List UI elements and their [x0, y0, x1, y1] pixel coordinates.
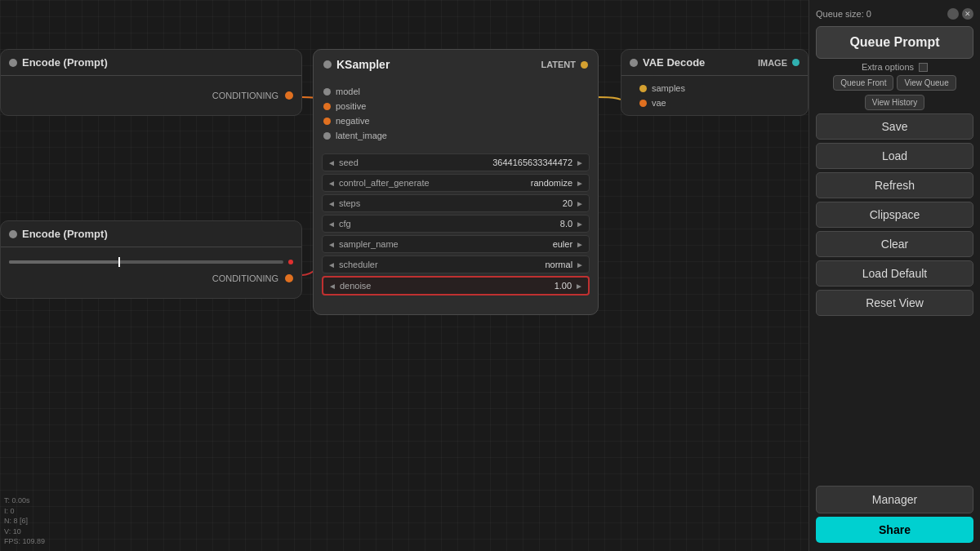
encode-node-2-body: CONDITIONING — [1, 247, 301, 298]
ksampler-param-cfg-value: 8.0 — [560, 219, 572, 229]
right-panel: Queue size: 0 ✕ Queue Prompt Extra optio… — [808, 0, 980, 551]
ksampler-param-denoise-name: denoise — [340, 281, 555, 291]
vae-decode-title: VAE Decode — [643, 56, 705, 69]
status-bar: T: 0.00s I: 0 N: 8 [6] V: 10 FPS: 109.89 — [4, 495, 45, 547]
encode-node-2-conditioning-row: CONDITIONING — [9, 271, 293, 286]
ksampler-param-scheduler-arrow-right[interactable]: ► — [576, 260, 584, 269]
save-button[interactable]: Save — [816, 113, 973, 140]
encode-node-2-conditioning-label: CONDITIONING — [212, 273, 278, 283]
view-history-button[interactable]: View History — [865, 95, 924, 110]
ksampler-param-control[interactable]: ◄ control_after_generate randomize ► — [322, 174, 590, 192]
panel-top-row: Queue size: 0 ✕ — [816, 8, 973, 20]
encode-node-1-conditioning-row: CONDITIONING — [9, 88, 293, 103]
ksampler-param-scheduler[interactable]: ◄ scheduler normal ► — [322, 256, 590, 273]
ksampler-positive-label: positive — [336, 101, 366, 111]
ksampler-input-latent: latent_image — [314, 128, 598, 143]
panel-dot — [947, 8, 959, 20]
encode-node-2-status-dot — [9, 230, 17, 238]
ksampler-inputs: model positive negative latent_image — [314, 79, 598, 148]
ksampler-param-cfg-arrow-right[interactable]: ► — [576, 220, 584, 229]
ksampler-param-steps-arrow-left[interactable]: ◄ — [327, 199, 336, 208]
ksampler-negative-dot — [323, 118, 331, 125]
ksampler-latent-dot — [323, 132, 331, 140]
ksampler-output-dot — [581, 61, 588, 69]
ksampler-node: KSampler LATENT model positive negative — [313, 49, 599, 315]
ksampler-param-cfg-arrow-left[interactable]: ◄ — [327, 220, 336, 229]
load-button[interactable]: Load — [816, 143, 973, 169]
ksampler-output-label: LATENT — [541, 60, 576, 69]
ksampler-param-steps[interactable]: ◄ steps 20 ► — [322, 194, 590, 212]
view-queue-button[interactable]: View Queue — [897, 75, 956, 91]
ksampler-param-denoise-arrow-left[interactable]: ◄ — [328, 282, 336, 291]
ksampler-params: ◄ seed 3644165633344472 ► ◄ control_afte… — [314, 148, 598, 301]
clear-button[interactable]: Clear — [816, 231, 973, 257]
ksampler-param-denoise[interactable]: ◄ denoise 1.00 ► — [322, 276, 590, 295]
vae-decode-node: VAE Decode IMAGE samples vae — [621, 49, 808, 116]
ksampler-param-sampler[interactable]: ◄ sampler_name euler ► — [322, 235, 590, 253]
vae-vae-dot — [639, 100, 647, 107]
encode-node-2-title: Encode (Prompt) — [22, 228, 108, 240]
ksampler-param-seed[interactable]: ◄ seed 3644165633344472 ► — [322, 153, 590, 171]
ksampler-param-sampler-value: euler — [553, 239, 572, 249]
ksampler-param-sampler-name: sampler_name — [339, 239, 553, 249]
ksampler-param-denoise-arrow-right[interactable]: ► — [575, 282, 583, 291]
ksampler-param-seed-arrow-left[interactable]: ◄ — [327, 158, 336, 167]
extra-options-row: Extra options — [816, 62, 973, 72]
ksampler-param-scheduler-value: normal — [545, 260, 572, 269]
ksampler-param-steps-arrow-right[interactable]: ► — [576, 199, 584, 208]
ksampler-param-cfg[interactable]: ◄ cfg 8.0 ► — [322, 215, 590, 233]
status-v: V: 10 — [4, 527, 45, 537]
ksampler-param-scheduler-arrow-left[interactable]: ◄ — [327, 260, 336, 269]
ksampler-param-seed-name: seed — [339, 158, 492, 167]
encode-node-1-body: CONDITIONING — [1, 76, 301, 115]
encode-node-1-status-dot — [9, 59, 17, 67]
load-default-button[interactable]: Load Default — [816, 260, 973, 287]
encode-node-1-output-dot — [285, 91, 293, 100]
vae-input-vae: vae — [630, 96, 800, 110]
ksampler-positive-dot — [323, 103, 331, 110]
reset-view-button[interactable]: Reset View — [816, 290, 973, 316]
vae-decode-status-dot — [630, 59, 638, 67]
ksampler-param-cfg-name: cfg — [339, 219, 560, 229]
canvas-area: Encode (Prompt) CONDITIONING Encode (Pro… — [0, 0, 980, 551]
ksampler-param-scheduler-name: scheduler — [339, 260, 546, 269]
panel-close-button[interactable]: ✕ — [962, 8, 973, 20]
ksampler-model-label: model — [336, 87, 360, 96]
refresh-button[interactable]: Refresh — [816, 172, 973, 198]
ksampler-status-dot — [323, 60, 332, 69]
wire-latent — [599, 97, 621, 100]
ksampler-input-model: model — [314, 84, 598, 99]
status-t: T: 0.00s — [4, 495, 45, 506]
manager-button[interactable]: Manager — [816, 486, 973, 513]
status-n: N: 8 [6] — [4, 516, 45, 527]
ksampler-latent-label: latent_image — [336, 131, 387, 140]
ksampler-param-steps-value: 20 — [563, 198, 572, 208]
ksampler-param-seed-value: 3644165633344472 — [492, 158, 572, 167]
ksampler-param-control-arrow-right[interactable]: ► — [576, 179, 584, 188]
ksampler-param-control-value: randomize — [531, 178, 572, 188]
vae-samples-label: samples — [652, 83, 685, 93]
queue-prompt-button[interactable]: Queue Prompt — [816, 26, 973, 59]
view-history-row: View History — [816, 94, 973, 110]
extra-options-label: Extra options — [862, 62, 914, 72]
ksampler-input-positive: positive — [314, 99, 598, 113]
ksampler-param-sampler-arrow-left[interactable]: ◄ — [327, 240, 336, 249]
ksampler-param-sampler-arrow-right[interactable]: ► — [576, 240, 584, 249]
ksampler-negative-label: negative — [336, 116, 370, 126]
encode-node-2-slider-row — [9, 260, 293, 264]
ksampler-title: KSampler — [336, 58, 390, 71]
encode-node-2-slider-track[interactable] — [9, 260, 283, 264]
ksampler-header: KSampler LATENT — [314, 50, 598, 79]
encode-node-2-header: Encode (Prompt) — [1, 221, 301, 247]
ksampler-param-control-arrow-left[interactable]: ◄ — [327, 179, 336, 188]
clipspace-button[interactable]: Clipspace — [816, 202, 973, 228]
vae-vae-label: vae — [652, 98, 666, 108]
ksampler-input-negative: negative — [314, 113, 598, 128]
share-button[interactable]: Share — [816, 517, 973, 543]
ksampler-param-steps-name: steps — [339, 198, 563, 208]
extra-options-checkbox[interactable] — [919, 63, 928, 72]
queue-front-button[interactable]: Queue Front — [833, 75, 893, 91]
ksampler-model-dot — [323, 88, 331, 96]
encode-node-2-output-dot — [285, 274, 293, 282]
ksampler-param-seed-arrow-right[interactable]: ► — [576, 158, 584, 167]
